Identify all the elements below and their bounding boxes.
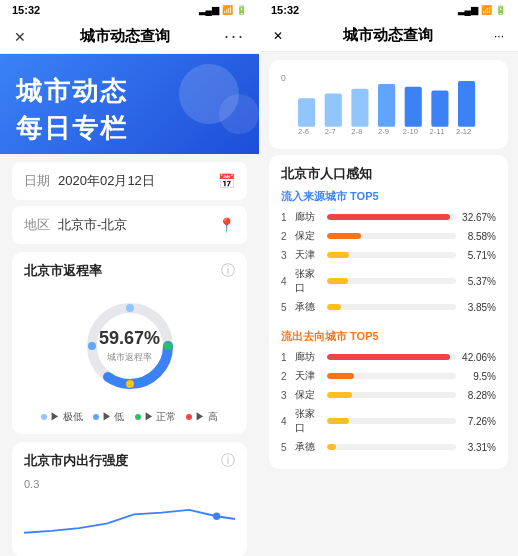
bar-bg	[327, 252, 456, 258]
right-status-icons: ▂▄▆ 📶 🔋	[458, 5, 506, 15]
left-status-icons: ▂▄▆ 📶 🔋	[199, 5, 247, 15]
signal-icon: ▂▄▆	[199, 5, 219, 15]
rank: 5	[281, 302, 291, 313]
list-item: 1 廊坊 42.06%	[281, 350, 496, 364]
outflow-list: 1 廊坊 42.06% 2 天津 9.5% 3 保定 8.28%	[281, 350, 496, 454]
list-item: 1 廊坊 32.67%	[281, 210, 496, 224]
legend-dot-high	[186, 414, 192, 420]
travel-card-title: 北京市内出行强度	[24, 452, 128, 470]
legend-dot-low	[93, 414, 99, 420]
legend-label-low: ▶ 低	[102, 410, 125, 424]
city-name: 张家口	[295, 267, 323, 295]
right-signal-icon: ▂▄▆	[458, 5, 478, 15]
left-panel: 15:32 ▂▄▆ 📶 🔋 ✕ 城市动态查询 ··· 城市动态 每日专栏 日期 …	[0, 0, 259, 556]
inner-travel-card: 北京市内出行强度 ⓘ 0.3	[12, 442, 247, 556]
pop-title: 北京市人口感知	[281, 165, 496, 183]
svg-point-6	[213, 513, 220, 520]
svg-point-3	[164, 342, 172, 350]
pct-value: 9.5%	[460, 371, 496, 382]
city-name: 廊坊	[295, 350, 323, 364]
bar-fill	[327, 392, 352, 398]
more-icon[interactable]: ···	[224, 26, 245, 47]
svg-rect-9	[325, 93, 342, 126]
list-item: 4 张家口 5.37%	[281, 267, 496, 295]
close-icon[interactable]: ✕	[14, 29, 26, 45]
svg-rect-13	[431, 91, 448, 127]
travel-card-header: 北京市内出行强度 ⓘ	[24, 452, 235, 470]
city-name: 承德	[295, 300, 323, 314]
info-icon[interactable]: ⓘ	[221, 262, 235, 280]
region-field[interactable]: 地区 北京市-北京 📍	[12, 206, 247, 244]
right-close-icon[interactable]: ✕	[273, 29, 283, 43]
divider	[281, 319, 496, 325]
svg-rect-10	[351, 89, 368, 127]
donut-area: 59.67% 城市返程率	[24, 288, 235, 404]
city-name: 廊坊	[295, 210, 323, 224]
bar-fill	[327, 252, 349, 258]
pct-value: 5.37%	[460, 276, 496, 287]
rank: 2	[281, 371, 291, 382]
list-item: 2 天津 9.5%	[281, 369, 496, 383]
svg-rect-8	[298, 98, 315, 127]
right-panel: 15:32 ▂▄▆ 📶 🔋 ✕ 城市动态查询 ··· 0	[259, 0, 518, 556]
svg-rect-11	[378, 84, 395, 127]
pct-value: 42.06%	[460, 352, 496, 363]
date-value: 2020年02月12日	[58, 172, 218, 190]
population-card: 北京市人口感知 流入来源城市 TOP5 1 廊坊 32.67% 2 保定 8.5…	[269, 155, 508, 469]
travel-mini-chart	[24, 494, 235, 544]
svg-text:2-7: 2-7	[325, 127, 336, 136]
donut-percent: 59.67%	[99, 328, 160, 349]
pct-value: 32.67%	[460, 212, 496, 223]
city-name: 天津	[295, 248, 323, 262]
svg-point-5	[88, 342, 96, 350]
pct-value: 3.85%	[460, 302, 496, 313]
calendar-icon: 📅	[218, 173, 235, 189]
svg-text:2-11: 2-11	[429, 127, 444, 136]
right-wifi-icon: 📶	[481, 5, 492, 15]
legend-high: ▶ 高	[186, 410, 218, 424]
bar-bg	[327, 444, 456, 450]
bar-fill	[327, 373, 354, 379]
bar-bg	[327, 278, 456, 284]
hero-deco-circle2	[219, 94, 259, 134]
bar-fill	[327, 233, 361, 239]
date-field[interactable]: 日期 2020年02月12日 📅	[12, 162, 247, 200]
rank: 3	[281, 250, 291, 261]
legend-label-high: ▶ 高	[195, 410, 218, 424]
outflow-subtitle: 流出去向城市 TOP5	[281, 329, 496, 344]
battery-icon: 🔋	[236, 5, 247, 15]
legend-dot-normal	[135, 414, 141, 420]
rank: 4	[281, 276, 291, 287]
bar-bg	[327, 233, 456, 239]
bar-fill	[327, 418, 349, 424]
bar-bg	[327, 392, 456, 398]
right-more-icon[interactable]: ···	[494, 29, 504, 43]
city-name: 张家口	[295, 407, 323, 435]
right-battery-icon: 🔋	[495, 5, 506, 15]
pct-value: 8.28%	[460, 390, 496, 401]
bar-bg	[327, 304, 456, 310]
return-rate-card: 北京市返程率 ⓘ	[12, 252, 247, 434]
legend-low: ▶ 低	[93, 410, 125, 424]
right-time: 15:32	[271, 4, 299, 16]
left-scroll-area: 城市动态 每日专栏 日期 2020年02月12日 📅 地区 北京市-北京 📍 北…	[0, 54, 259, 556]
svg-text:2-10: 2-10	[403, 127, 418, 136]
pct-value: 3.31%	[460, 442, 496, 453]
bar-fill	[327, 278, 348, 284]
form-section: 日期 2020年02月12日 📅 地区 北京市-北京 📍	[0, 154, 259, 252]
travel-y-label: 0.3	[24, 478, 235, 490]
bar-fill	[327, 354, 450, 360]
left-status-bar: 15:32 ▂▄▆ 📶 🔋	[0, 0, 259, 20]
bar-fill	[327, 214, 450, 220]
city-name: 保定	[295, 229, 323, 243]
travel-info-icon[interactable]: ⓘ	[221, 452, 235, 470]
svg-text:2-9: 2-9	[378, 127, 389, 136]
city-name: 保定	[295, 388, 323, 402]
bar-bg	[327, 214, 456, 220]
svg-text:0: 0	[281, 73, 286, 83]
inflow-subtitle: 流入来源城市 TOP5	[281, 189, 496, 204]
list-item: 4 张家口 7.26%	[281, 407, 496, 435]
list-item: 3 保定 8.28%	[281, 388, 496, 402]
inflow-list: 1 廊坊 32.67% 2 保定 8.58% 3 天津 5.71%	[281, 210, 496, 314]
svg-rect-14	[458, 81, 475, 127]
